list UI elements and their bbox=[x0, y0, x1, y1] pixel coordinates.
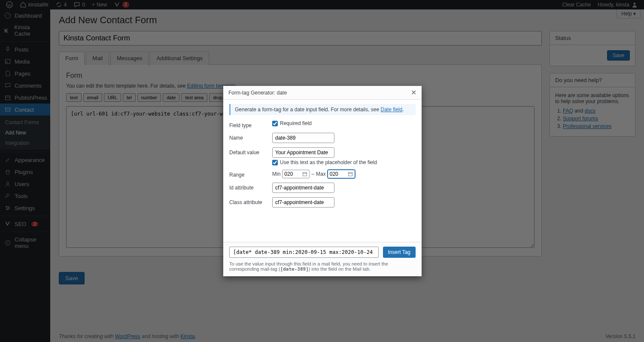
max-label: Max bbox=[316, 171, 326, 177]
insert-tag-button[interactable]: Insert Tag bbox=[383, 247, 416, 258]
placeholder-label: Use this text as the placeholder of the … bbox=[280, 159, 377, 165]
label-field-type: Field type bbox=[229, 120, 272, 128]
label-name: Name bbox=[229, 133, 272, 141]
required-label: Required field bbox=[280, 120, 312, 126]
svg-rect-13 bbox=[348, 172, 352, 176]
label-default: Default value bbox=[229, 147, 272, 156]
max-input[interactable] bbox=[330, 171, 343, 177]
calendar-icon bbox=[302, 171, 307, 177]
name-input[interactable] bbox=[272, 133, 334, 143]
default-input[interactable] bbox=[272, 147, 334, 158]
generated-tag-input[interactable] bbox=[229, 247, 379, 258]
form-tag-modal: Form-tag Generator: date ✕ Generate a fo… bbox=[223, 86, 422, 276]
id-input[interactable] bbox=[272, 183, 334, 193]
svg-rect-12 bbox=[303, 172, 307, 176]
min-label: Min bbox=[272, 171, 280, 177]
date-field-link[interactable]: Date field bbox=[381, 107, 403, 113]
placeholder-checkbox[interactable] bbox=[272, 160, 278, 165]
min-input[interactable] bbox=[284, 171, 297, 177]
required-checkbox[interactable] bbox=[272, 121, 278, 126]
info-box: Generate a form-tag for a date input fie… bbox=[229, 104, 416, 115]
close-icon[interactable]: ✕ bbox=[411, 89, 416, 97]
class-input[interactable] bbox=[272, 197, 334, 208]
mail-note: To use the value input through this fiel… bbox=[229, 261, 416, 272]
label-range: Range bbox=[229, 170, 272, 178]
modal-title: Form-tag Generator: date bbox=[228, 90, 287, 96]
label-id: Id attribute bbox=[229, 183, 272, 191]
label-class: Class attribute bbox=[229, 197, 272, 205]
calendar-icon bbox=[348, 171, 353, 177]
